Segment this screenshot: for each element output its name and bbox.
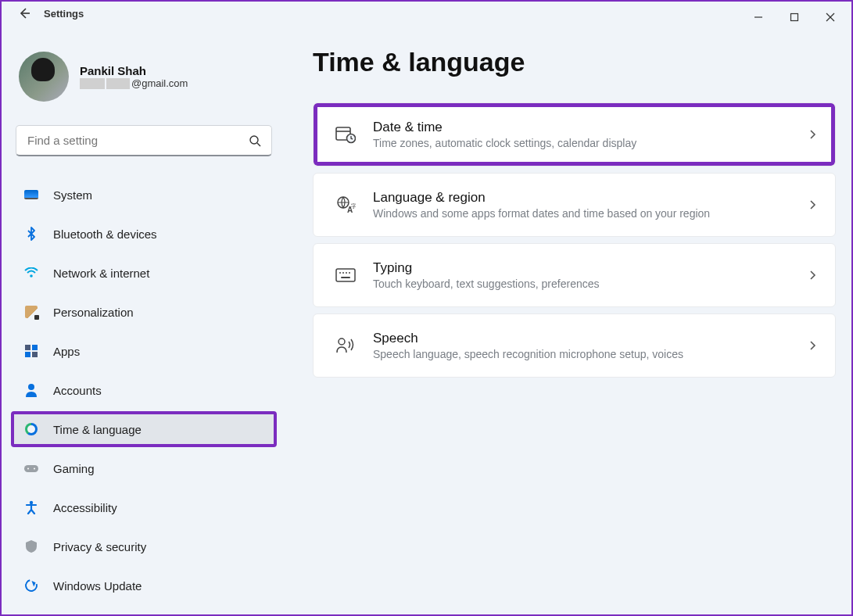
main-content: Time & language Date & time Time zones, … bbox=[283, 20, 851, 602]
sidebar-item-bluetooth[interactable]: Bluetooth & devices bbox=[13, 217, 275, 250]
avatar bbox=[19, 52, 69, 102]
sidebar-item-network[interactable]: Network & internet bbox=[13, 256, 275, 289]
profile-email: @gmail.com bbox=[80, 77, 188, 89]
sidebar-item-personalization[interactable]: Personalization bbox=[13, 295, 275, 328]
apps-icon bbox=[23, 345, 39, 357]
sidebar-item-label: System bbox=[53, 188, 92, 202]
sidebar-item-label: Apps bbox=[53, 345, 80, 358]
sidebar-item-label: Accessibility bbox=[53, 501, 117, 514]
sidebar-item-label: Personalization bbox=[53, 306, 134, 319]
nav-list: System Bluetooth & devices Network & int… bbox=[13, 175, 275, 605]
card-subtitle: Speech language, speech recognition micr… bbox=[373, 348, 808, 360]
time-language-icon bbox=[23, 423, 39, 435]
brush-icon bbox=[23, 306, 39, 318]
sidebar-item-privacy[interactable]: Privacy & security bbox=[13, 530, 275, 563]
chevron-right-icon bbox=[808, 340, 816, 351]
sidebar-item-accessibility[interactable]: Accessibility bbox=[13, 491, 275, 524]
shield-icon bbox=[23, 539, 39, 553]
card-title: Speech bbox=[373, 331, 808, 346]
sidebar-item-label: Accounts bbox=[53, 384, 102, 397]
card-title: Typing bbox=[373, 260, 808, 276]
svg-point-5 bbox=[250, 136, 258, 144]
account-icon bbox=[23, 383, 39, 397]
card-typing[interactable]: Typing Touch keyboard, text suggestions,… bbox=[313, 243, 836, 307]
svg-point-11 bbox=[34, 468, 35, 470]
sidebar-item-windows-update[interactable]: Windows Update bbox=[13, 569, 275, 602]
svg-rect-24 bbox=[341, 277, 350, 278]
svg-line-6 bbox=[257, 143, 260, 146]
sidebar: Pankil Shah @gmail.com System bbox=[2, 20, 283, 602]
gaming-icon bbox=[23, 463, 39, 474]
sidebar-item-accounts[interactable]: Accounts bbox=[13, 374, 275, 406]
chevron-right-icon bbox=[808, 199, 816, 210]
accessibility-icon bbox=[23, 500, 39, 514]
search-icon[interactable] bbox=[249, 134, 261, 147]
profile-section[interactable]: Pankil Shah @gmail.com bbox=[13, 44, 275, 116]
date-time-icon bbox=[332, 125, 359, 144]
svg-point-10 bbox=[27, 468, 29, 470]
card-speech[interactable]: Speech Speech language, speech recogniti… bbox=[313, 313, 836, 378]
sidebar-item-label: Windows Update bbox=[53, 579, 142, 593]
card-language-region[interactable]: A字 Language & region Windows and some ap… bbox=[313, 173, 836, 237]
svg-point-21 bbox=[342, 272, 344, 274]
wifi-icon bbox=[23, 267, 39, 278]
card-title: Date & time bbox=[373, 120, 808, 135]
card-subtitle: Touch keyboard, text suggestions, prefer… bbox=[373, 278, 808, 290]
svg-point-25 bbox=[339, 338, 345, 345]
typing-icon bbox=[332, 268, 359, 282]
svg-point-22 bbox=[346, 272, 347, 274]
back-button[interactable] bbox=[17, 6, 31, 20]
sidebar-item-label: Time & language bbox=[53, 423, 142, 436]
app-title: Settings bbox=[44, 8, 84, 20]
speech-icon bbox=[332, 337, 359, 354]
sidebar-item-label: Network & internet bbox=[53, 267, 149, 280]
svg-text:字: 字 bbox=[351, 203, 356, 209]
update-icon bbox=[23, 579, 39, 592]
svg-point-7 bbox=[30, 274, 33, 278]
sidebar-item-apps[interactable]: Apps bbox=[13, 335, 275, 367]
chevron-right-icon bbox=[808, 270, 816, 281]
chevron-right-icon bbox=[808, 129, 816, 140]
profile-name: Pankil Shah bbox=[80, 64, 188, 77]
svg-point-8 bbox=[28, 384, 34, 390]
card-subtitle: Windows and some apps format dates and t… bbox=[373, 207, 808, 220]
svg-point-20 bbox=[339, 272, 341, 274]
system-icon bbox=[23, 190, 39, 199]
svg-rect-9 bbox=[24, 465, 38, 472]
card-title: Language & region bbox=[373, 190, 808, 206]
sidebar-item-label: Privacy & security bbox=[53, 540, 146, 553]
search-input[interactable] bbox=[16, 125, 272, 156]
bluetooth-icon bbox=[23, 227, 39, 241]
sidebar-item-label: Bluetooth & devices bbox=[53, 227, 157, 241]
sidebar-item-system[interactable]: System bbox=[13, 178, 275, 211]
svg-point-23 bbox=[349, 272, 350, 274]
sidebar-item-gaming[interactable]: Gaming bbox=[13, 452, 275, 485]
language-region-icon: A字 bbox=[332, 195, 359, 214]
svg-point-12 bbox=[30, 501, 33, 504]
card-subtitle: Time zones, automatic clock settings, ca… bbox=[373, 137, 808, 149]
card-date-time[interactable]: Date & time Time zones, automatic clock … bbox=[313, 102, 836, 167]
page-title: Time & language bbox=[313, 47, 836, 77]
sidebar-item-label: Gaming bbox=[53, 462, 95, 475]
sidebar-item-time-language[interactable]: Time & language bbox=[13, 413, 275, 446]
svg-rect-19 bbox=[336, 269, 355, 281]
